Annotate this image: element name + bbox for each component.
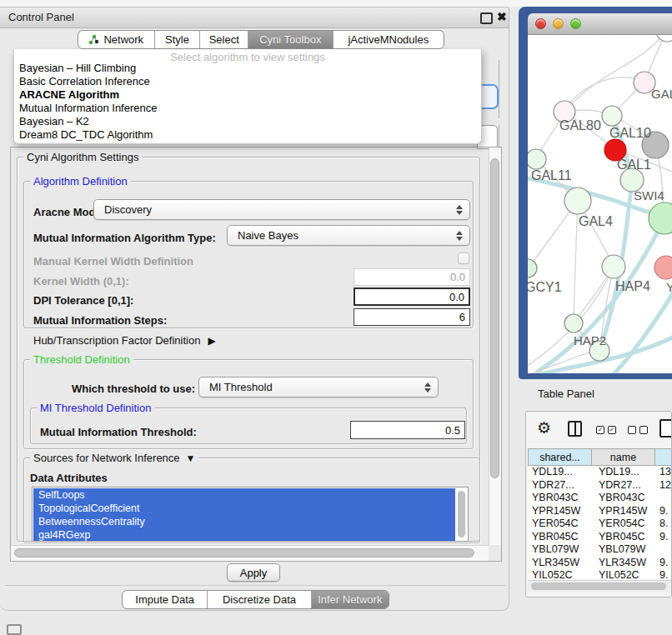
- cell: 13: [655, 466, 671, 479]
- tab-discretize-data-label: Discretize Data: [223, 593, 296, 606]
- table-row[interactable]: YDR27...YDR27...12: [528, 479, 672, 492]
- settings-hscroll-thumb[interactable]: [14, 548, 474, 558]
- column-header-clipped[interactable]: [655, 448, 672, 466]
- document-icon[interactable]: [659, 419, 672, 438]
- node-label: GAL80: [559, 118, 601, 133]
- column-header-shared-name[interactable]: shared...: [528, 448, 592, 466]
- which-threshold-combo[interactable]: MI Threshold: [198, 377, 439, 398]
- attribute-item[interactable]: gal4RGexp: [33, 528, 455, 542]
- network-node-GAL4[interactable]: [564, 188, 591, 214]
- dropdown-item[interactable]: Mutual Information Inference: [14, 102, 481, 115]
- combo-stepper-icon: [456, 205, 463, 215]
- gear-icon[interactable]: ⚙: [537, 418, 551, 438]
- cell: YDR27...: [592, 479, 655, 492]
- cell: YDL19...: [528, 466, 592, 479]
- minimized-panel-icon[interactable]: [7, 624, 22, 635]
- network-node-HAP4[interactable]: [602, 255, 625, 278]
- settings-vscroll-thumb[interactable]: [490, 158, 499, 478]
- table-row[interactable]: YBR045CYBR045C9.: [528, 531, 672, 544]
- tab-discretize-data[interactable]: Discretize Data: [208, 591, 311, 608]
- mi-threshold-field[interactable]: [350, 421, 465, 439]
- dropdown-item-highlighted[interactable]: ARACNE Algorithm: [14, 88, 481, 102]
- cell: YBR045C: [592, 531, 655, 544]
- network-view-window: GAL GAL80 GAL10 GAL1 GAL11 SWI4 GAL4 GCY…: [519, 7, 672, 379]
- dropdown-item[interactable]: Bayesian – K2: [14, 115, 481, 128]
- apply-button-label: Apply: [240, 567, 268, 579]
- node-label: SWI4: [634, 188, 664, 202]
- network-node-HAP2[interactable]: [564, 314, 583, 332]
- table-hscroll-thumb[interactable]: [531, 582, 666, 590]
- kernel-width-field[interactable]: [354, 268, 470, 286]
- show-columns-icon[interactable]: ✓ ✓: [596, 426, 616, 434]
- apply-button[interactable]: Apply: [227, 563, 280, 582]
- tab-cyni-toolbox-label: Cyni Toolbox: [259, 33, 321, 46]
- table-row[interactable]: YDL19...YDL19...13: [528, 466, 672, 479]
- dpi-tolerance-label: DPI Tolerance [0,1]:: [33, 294, 133, 307]
- table-row[interactable]: YLR345WYLR345W9.: [528, 557, 672, 570]
- float-window-icon[interactable]: [480, 12, 493, 24]
- close-panel-icon[interactable]: ✖: [497, 10, 507, 23]
- cell: YBR043C: [592, 492, 655, 505]
- network-node-GAL11[interactable]: [528, 149, 546, 169]
- algorithm-dropdown-list: Select algorithm to view settings Bayesi…: [13, 49, 482, 144]
- table-body: YDL19...YDL19...13 YDR27...YDR27...12 YB…: [528, 466, 672, 579]
- hub-transcription-expander[interactable]: Hub/Transcription Factor Definition ▶: [33, 334, 216, 347]
- node-label: HAP2: [574, 333, 606, 348]
- network-node-GCY1[interactable]: [528, 259, 537, 278]
- tab-impute-data[interactable]: Impute Data: [123, 591, 208, 608]
- unchecked-box-icon: [639, 426, 648, 434]
- close-light-icon[interactable]: [535, 18, 546, 29]
- network-canvas[interactable]: GAL GAL80 GAL10 GAL1 GAL11 SWI4 GAL4 GCY…: [528, 35, 672, 373]
- node-label: GAL4: [579, 214, 613, 229]
- table-row[interactable]: YBL079WYBL079W: [528, 543, 672, 557]
- cell: 9.: [655, 557, 668, 570]
- tab-style[interactable]: Style: [155, 31, 201, 48]
- threshold-definition-title: Threshold Definition: [30, 353, 133, 366]
- cell: YER054C: [528, 518, 592, 531]
- cell: YBL079W: [528, 543, 592, 557]
- attributes-scroll-thumb[interactable]: [458, 491, 465, 538]
- minimize-light-icon[interactable]: [553, 18, 564, 29]
- split-columns-icon[interactable]: [568, 421, 582, 437]
- dropdown-item[interactable]: Dream8 DC_TDC Algorithm: [14, 128, 481, 142]
- column-header-name[interactable]: name: [592, 448, 655, 466]
- manual-kernel-checkbox[interactable]: [458, 252, 469, 264]
- table-row[interactable]: YBR043CYBR043C: [528, 492, 672, 505]
- dpi-tolerance-field[interactable]: [354, 288, 470, 306]
- tab-jactivemnodules[interactable]: jActiveMNodules: [333, 31, 444, 48]
- attribute-item[interactable]: TopologicalCoefficient: [33, 502, 455, 515]
- table-row[interactable]: YPR145WYPR145W9.: [528, 505, 672, 518]
- network-node-green[interactable]: [649, 202, 672, 234]
- tab-infer-network[interactable]: Infer Network: [312, 591, 389, 608]
- cell: YBR045C: [528, 531, 592, 544]
- dropdown-item[interactable]: Basic Correlation Inference: [14, 75, 481, 88]
- sources-expander[interactable]: Sources for Network Inference ▼: [30, 452, 198, 464]
- panel-separator: [5, 585, 505, 586]
- mi-steps-field[interactable]: [354, 308, 470, 326]
- node-label: GAL11: [531, 168, 572, 183]
- table-row[interactable]: YIL052CYIL052C9.: [528, 569, 672, 579]
- checked-box-icon: ✓: [608, 426, 616, 434]
- attribute-item[interactable]: BetweennessCentrality: [33, 515, 455, 528]
- tab-network[interactable]: Network: [78, 31, 155, 48]
- cyni-bottom-tabbar: Impute Data Discretize Data Infer Networ…: [122, 590, 389, 609]
- table-row[interactable]: YER054CYER054C8.: [528, 518, 672, 531]
- zoom-light-icon[interactable]: [570, 18, 581, 29]
- network-graph: [528, 35, 672, 373]
- mi-algorithm-type-combo[interactable]: Naive Bayes: [227, 225, 470, 246]
- dropdown-item[interactable]: Bayesian – Hill Climbing: [14, 62, 481, 75]
- network-node-salmon[interactable]: [654, 256, 672, 279]
- cell: 9.: [655, 531, 668, 544]
- mi-threshold-definition-title: MI Threshold Definition: [37, 402, 154, 414]
- hide-columns-icon[interactable]: [628, 426, 648, 434]
- expander-collapsed-icon: ▶: [208, 335, 215, 347]
- network-node-GAL10[interactable]: [602, 106, 622, 126]
- cell: YDL19...: [592, 466, 655, 479]
- aracne-mode-combo[interactable]: Discovery: [93, 199, 470, 220]
- tab-cyni-toolbox[interactable]: Cyni Toolbox: [248, 31, 333, 48]
- attribute-item[interactable]: SelfLoops: [33, 488, 455, 502]
- tab-select[interactable]: Select: [200, 31, 248, 48]
- expander-expanded-icon: ▼: [186, 452, 196, 464]
- sources-title: Sources for Network Inference: [33, 452, 180, 464]
- control-panel-title: Control Panel: [8, 11, 74, 23]
